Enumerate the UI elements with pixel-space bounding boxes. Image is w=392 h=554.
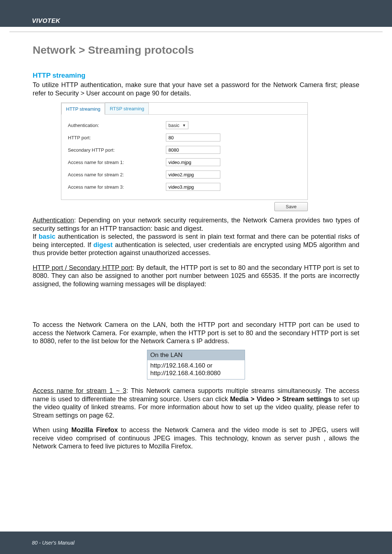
tab-rtsp-streaming[interactable]: RTSP streaming xyxy=(105,103,149,114)
save-bar: Save xyxy=(61,202,308,211)
page-root: VIVOTEK Network > Streaming protocols HT… xyxy=(0,0,392,554)
lan-box: On the LAN http://192.168.4.160 or http:… xyxy=(147,350,245,380)
lan-box-header: On the LAN xyxy=(147,350,245,360)
stream3-input[interactable] xyxy=(166,183,220,191)
intro-paragraph: To utilize HTTP authentication, make sur… xyxy=(33,81,359,97)
access-underline: Access name for stream 1 ~ 3 xyxy=(33,387,126,394)
http-streaming-heading: HTTP streaming xyxy=(33,71,359,79)
authentication-paragraph: Authentication: Depending on your networ… xyxy=(33,216,359,257)
row-stream3: Access name for stream 3: xyxy=(68,183,301,191)
authentication-value: basic xyxy=(168,123,179,128)
stream2-label: Access name for stream 2: xyxy=(68,172,166,177)
authentication-underline: Authentication xyxy=(33,217,74,224)
access-paragraph: Access name for stream 1 ~ 3: This Netwo… xyxy=(33,387,359,419)
http-port-input[interactable] xyxy=(166,134,220,141)
stream3-label: Access name for stream 3: xyxy=(68,184,166,190)
ff-1: When using xyxy=(33,426,71,434)
stream2-input[interactable] xyxy=(166,171,220,178)
lan-box-body: http://192.168.4.160 or http://192.168.4… xyxy=(147,360,245,379)
row-http-port: HTTP port: xyxy=(68,134,301,141)
save-button[interactable]: Save xyxy=(274,202,308,211)
content-area: Network > Streaming protocols HTTP strea… xyxy=(0,32,392,451)
authentication-label: Authentication: xyxy=(68,123,166,128)
port-paragraph: HTTP port / Secondary HTTP port: By defa… xyxy=(33,264,359,288)
stream1-label: Access name for stream 1: xyxy=(68,160,166,165)
ff-bold: Mozilla Firefox xyxy=(71,426,118,434)
lan-line2: http://192.168.4.160:8080 xyxy=(150,369,242,377)
secondary-port-label: Secondary HTTP port: xyxy=(68,147,166,153)
row-secondary-port: Secondary HTTP port: xyxy=(68,146,301,154)
lan-paragraph: To access the Network Camera on the LAN,… xyxy=(33,321,359,345)
lan-line1: http://192.168.4.160 or xyxy=(150,362,242,369)
firefox-paragraph: When using Mozilla Firefox to access the… xyxy=(33,426,359,451)
row-stream1: Access name for stream 1: xyxy=(68,158,301,166)
digest-word: digest xyxy=(93,241,113,249)
tab-http-streaming[interactable]: HTTP streaming xyxy=(61,103,105,115)
row-authentication: Authentication: basic ▼ xyxy=(68,121,301,129)
authentication-select[interactable]: basic ▼ xyxy=(166,121,188,129)
page-footer: 80 - User's Manual xyxy=(0,532,392,554)
access-bold: Media > Video > Stream settings xyxy=(230,395,332,403)
secondary-port-input[interactable] xyxy=(166,146,220,154)
http-port-label: HTTP port: xyxy=(68,135,166,140)
settings-panel: HTTP streaming RTSP streaming Authentica… xyxy=(61,102,308,200)
basic-word: basic xyxy=(39,233,56,240)
row-stream2: Access name for stream 2: xyxy=(68,171,301,178)
authentication-rest: : Depending on your network security req… xyxy=(33,217,359,232)
page-number: 80 - User's Manual xyxy=(0,540,74,546)
tab-strip: HTTP streaming RTSP streaming xyxy=(61,103,307,114)
warning-placeholder xyxy=(33,288,359,321)
port-underline: HTTP port / Secondary HTTP port xyxy=(33,264,132,271)
tab-panel: Authentication: basic ▼ HTTP port: Secon… xyxy=(61,114,307,200)
stream1-input[interactable] xyxy=(166,158,220,166)
if-word: If xyxy=(33,233,39,240)
page-title: Network > Streaming protocols xyxy=(33,44,359,56)
brand-label: VIVOTEK xyxy=(0,17,60,27)
chevron-down-icon: ▼ xyxy=(182,123,186,127)
page-header: VIVOTEK xyxy=(0,0,392,27)
